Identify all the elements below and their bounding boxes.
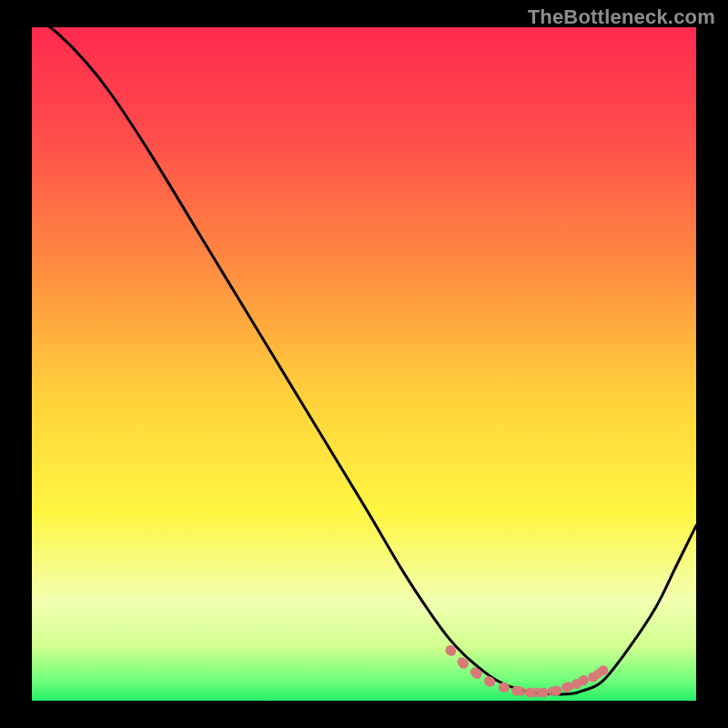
highlight-dot (445, 645, 455, 655)
gradient-background (32, 27, 696, 701)
chart-frame: TheBottleneck.com (0, 0, 728, 728)
highlight-dot (561, 682, 571, 693)
highlight-dot (578, 675, 588, 685)
highlight-dot (499, 682, 509, 693)
highlight-dot (459, 659, 469, 669)
highlight-dot (472, 669, 482, 679)
highlight-dot (598, 665, 608, 675)
highlight-dot (525, 688, 535, 698)
plot-area (32, 27, 696, 701)
highlight-dot (588, 672, 598, 682)
watermark-text: TheBottleneck.com (528, 5, 715, 29)
highlight-dot (539, 688, 549, 698)
highlight-dot (511, 685, 521, 695)
highlight-dot (485, 677, 495, 687)
chart-svg (32, 27, 696, 701)
highlight-dot (551, 685, 561, 695)
